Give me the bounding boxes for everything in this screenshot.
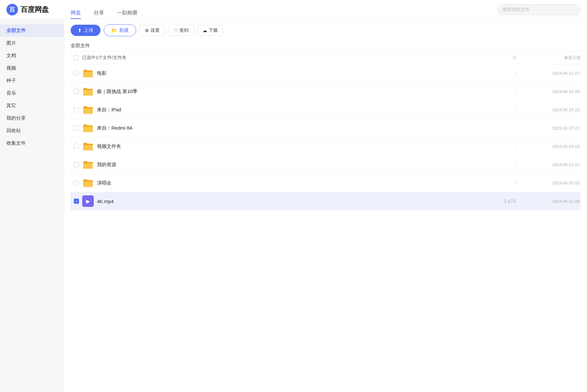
search-placeholder: 搜索您的文件	[503, 7, 530, 13]
upload-icon: ⬆	[78, 28, 82, 33]
file-name-text-5: 我的资源	[97, 162, 116, 168]
file-date-6: 2024-05-30 00:	[516, 181, 581, 185]
sidebar-item-8[interactable]: 回收站	[0, 124, 64, 137]
file-size-4: -	[478, 144, 516, 149]
file-name-text-0: 电影	[97, 70, 107, 76]
top-nav-item-2[interactable]: 一刻相册	[117, 10, 137, 19]
new-label: 新建	[119, 27, 129, 33]
file-date-4: 2024-02-03 10:	[516, 144, 581, 149]
col-date-header: 修改日期	[516, 55, 581, 61]
file-name-text-1: 极｜限挑战 第10季	[97, 89, 137, 95]
logo-icon: 百	[6, 4, 18, 15]
top-nav-item-1[interactable]: 分享	[94, 10, 104, 19]
file-date-5: 2024-06-12 07:	[516, 162, 581, 167]
main-layout: 全部文件图片文档视频种子音乐其它我的分享回收站收集文件 ⬆ 上传 📁 新建 ⚙ …	[0, 19, 587, 392]
folder-icon-0	[82, 67, 94, 79]
file-name-col-4: 视频文件夹	[82, 141, 478, 152]
header-sel-info: 已选中1个文件/文件夹	[82, 55, 478, 61]
sidebar-item-9[interactable]: 收集文件	[0, 137, 64, 149]
file-checkbox-3[interactable]	[74, 125, 79, 131]
file-checkbox-7[interactable]	[74, 199, 79, 204]
file-checkbox-5[interactable]	[74, 162, 79, 167]
file-size-6: -	[478, 180, 516, 185]
file-size-5: -	[478, 162, 516, 167]
search-box[interactable]: 搜索您的文件	[497, 4, 581, 15]
file-checkbox-col-6	[71, 180, 82, 185]
sidebar: 全部文件图片文档视频种子音乐其它我的分享回收站收集文件	[0, 19, 64, 392]
logo-area: 百 百度网盘	[6, 4, 71, 15]
folder-icon-3	[82, 122, 94, 134]
download-icon: ☁	[203, 28, 207, 33]
folder-icon-6	[82, 177, 94, 189]
file-rows-container: 电影-2024-06-12 07:极｜限挑战 第10季-2024-06-10 0…	[71, 64, 581, 210]
file-size-1: -	[478, 89, 516, 94]
app-header: 百 百度网盘 网盘分享一刻相册 搜索您的文件	[0, 0, 587, 19]
file-name-text-6: 演唱会	[97, 180, 111, 186]
file-row-3[interactable]: 来自：Redmi 8A-2021-10-27 22:	[71, 119, 581, 137]
file-size-7: 2.47G	[478, 199, 516, 204]
file-checkbox-1[interactable]	[74, 89, 79, 94]
folder-icon-5	[82, 159, 94, 170]
settings-icon: ⚙	[145, 28, 149, 33]
file-row-6[interactable]: 演唱会-2024-05-30 00:	[71, 174, 581, 192]
top-nav-item-0[interactable]: 网盘	[71, 10, 81, 19]
content-area: ⬆ 上传 📁 新建 ⚙ 设置 ♡ 签到 ☁ 下载 全部文件	[64, 19, 587, 392]
sidebar-item-1[interactable]: 图片	[0, 37, 64, 49]
file-checkbox-2[interactable]	[74, 107, 79, 112]
file-name-text-2: 来自：iPad	[97, 107, 121, 113]
select-all-checkbox[interactable]	[74, 55, 79, 60]
file-name-text-3: 来自：Redmi 8A	[97, 125, 133, 131]
sidebar-item-4[interactable]: 种子	[0, 74, 64, 87]
sidebar-item-3[interactable]: 视频	[0, 62, 64, 74]
file-checkbox-col-4	[71, 144, 82, 149]
sidebar-item-5[interactable]: 音乐	[0, 87, 64, 99]
new-icon: 📁	[111, 28, 117, 33]
file-row-2[interactable]: 来自：iPad-2024-05-25 22:	[71, 101, 581, 119]
logo-text: 百度网盘	[21, 5, 49, 14]
col-size-header: 小	[478, 55, 516, 61]
checkin-label: 签到	[180, 28, 188, 33]
file-name-col-2: 来自：iPad	[82, 104, 478, 115]
checkin-button[interactable]: ♡ 签到	[168, 25, 194, 36]
new-button[interactable]: 📁 新建	[104, 24, 136, 36]
file-checkbox-col-3	[71, 125, 82, 131]
file-name-text-4: 视频文件夹	[97, 143, 121, 149]
sidebar-item-2[interactable]: 文档	[0, 49, 64, 62]
file-name-col-7: ▶4K.mp4	[82, 195, 478, 207]
file-date-0: 2024-06-12 07:	[516, 71, 581, 76]
file-list-header: 已选中1个文件/文件夹 小 修改日期	[71, 52, 581, 64]
file-row-7[interactable]: ▶4K.mp42.47G2024-06-12 08:	[71, 192, 581, 210]
file-checkbox-col-0	[71, 71, 82, 76]
file-date-1: 2024-06-10 00:	[516, 89, 581, 94]
folder-icon-1	[82, 86, 94, 97]
file-name-text-7: 4K.mp4	[97, 199, 114, 204]
file-checkbox-6[interactable]	[74, 180, 79, 185]
file-row-5[interactable]: 我的资源-2024-06-12 07:	[71, 156, 581, 174]
sidebar-item-6[interactable]: 其它	[0, 99, 64, 112]
file-name-col-6: 演唱会	[82, 177, 478, 189]
file-checkbox-col-7	[71, 199, 82, 204]
sidebar-item-7[interactable]: 我的分享	[0, 112, 64, 124]
file-checkbox-col-5	[71, 162, 82, 167]
toolbar: ⬆ 上传 📁 新建 ⚙ 设置 ♡ 签到 ☁ 下载	[71, 19, 581, 41]
settings-button[interactable]: ⚙ 设置	[139, 25, 165, 36]
file-row-0[interactable]: 电影-2024-06-12 07:	[71, 64, 581, 82]
sidebar-item-0[interactable]: 全部文件	[0, 24, 64, 37]
file-date-2: 2024-05-25 22:	[516, 107, 581, 112]
file-checkbox-4[interactable]	[74, 144, 79, 149]
file-name-col-3: 来自：Redmi 8A	[82, 122, 478, 134]
file-name-col-1: 极｜限挑战 第10季	[82, 86, 478, 97]
file-date-7: 2024-06-12 08:	[516, 199, 581, 204]
header-checkbox-col	[71, 55, 82, 60]
file-checkbox-0[interactable]	[74, 71, 79, 76]
file-row-1[interactable]: 极｜限挑战 第10季-2024-06-10 00:	[71, 82, 581, 101]
header-right: 搜索您的文件	[497, 4, 581, 15]
file-name-col-0: 电影	[82, 67, 478, 79]
heart-icon: ♡	[174, 28, 178, 33]
download-button[interactable]: ☁ 下载	[197, 25, 223, 36]
folder-icon-4	[82, 141, 94, 152]
file-row-4[interactable]: 视频文件夹-2024-02-03 10:	[71, 137, 581, 156]
upload-button[interactable]: ⬆ 上传	[71, 25, 101, 36]
video-icon-7: ▶	[82, 195, 94, 207]
breadcrumb: 全部文件	[71, 41, 581, 51]
